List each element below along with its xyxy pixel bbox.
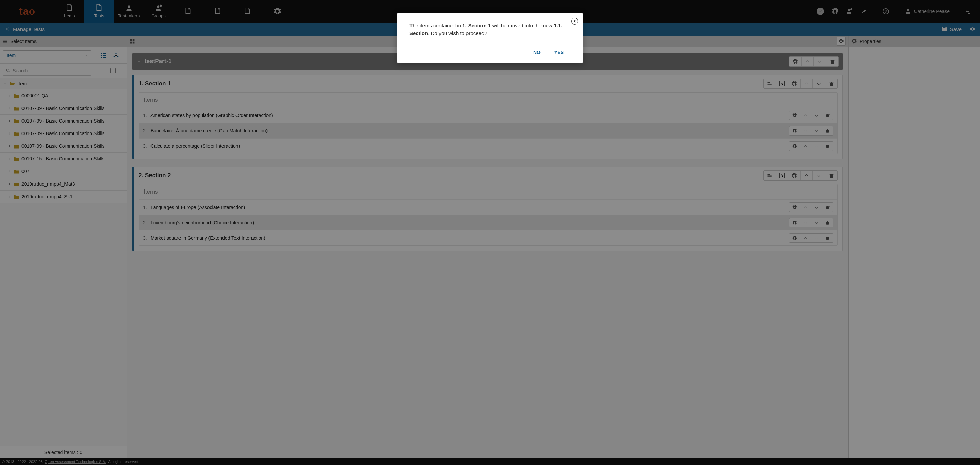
no-button[interactable]: NO [533, 49, 541, 55]
dialog-text: . Do you wish to proceed? [428, 30, 487, 36]
modal-overlay [0, 0, 980, 465]
dialog-message: The items contained in 1. Section 1 will… [409, 22, 571, 37]
confirm-dialog: ✕ The items contained in 1. Section 1 wi… [397, 13, 583, 63]
dialog-source-section: 1. Section 1 [462, 22, 491, 28]
dialog-text: The items contained in [409, 22, 462, 28]
yes-button[interactable]: YES [554, 49, 564, 55]
dialog-actions: NO YES [409, 49, 571, 58]
close-button[interactable]: ✕ [571, 18, 578, 25]
dialog-text: will be moved into the new [491, 22, 554, 28]
